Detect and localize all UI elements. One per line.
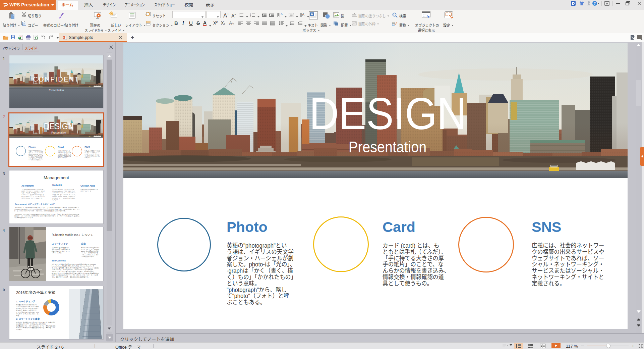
svg-text:A: A bbox=[302, 13, 304, 16]
svg-text:3: 3 bbox=[250, 16, 251, 17]
svg-text:P: P bbox=[18, 37, 20, 39]
svg-text:ac: ac bbox=[392, 23, 395, 26]
svg-text:P: P bbox=[63, 36, 65, 39]
svg-text:A: A bbox=[311, 12, 313, 16]
svg-text:?: ? bbox=[594, 2, 596, 5]
svg-text:A: A bbox=[281, 12, 283, 16]
